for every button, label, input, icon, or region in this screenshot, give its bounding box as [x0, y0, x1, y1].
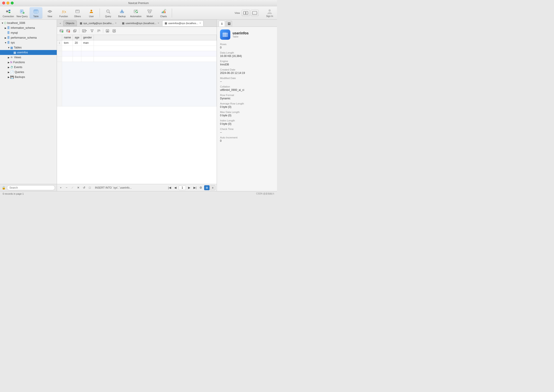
right-panel-tabs: ℹ 🖼 [217, 20, 277, 27]
sidebar-item-mysql[interactable]: ▶ 🗄 mysql [0, 30, 57, 35]
charts-button[interactable]: Charts [157, 7, 170, 19]
connection-button[interactable]: Connection [2, 7, 15, 19]
row-delete-button[interactable]: − [64, 185, 69, 190]
settings-button[interactable]: ⚙ [198, 185, 203, 190]
sidebar-item-functions[interactable]: ▶ fx Functions [0, 60, 57, 65]
format-button[interactable]: ▾ [80, 28, 88, 34]
sign-in-button[interactable]: Sign In [264, 7, 275, 19]
tab-close-2[interactable]: ✕ [157, 22, 159, 24]
others-button[interactable]: Others [71, 7, 84, 19]
rp-tab-preview[interactable]: 🖼 [226, 21, 232, 27]
rp-collation-section: Collation utf8mb4_0900_ai_ci [220, 85, 274, 91]
maximize-button[interactable] [11, 1, 14, 4]
svg-rect-0 [6, 10, 8, 12]
user-button[interactable]: User [85, 7, 98, 19]
table-icon [33, 8, 39, 14]
sidebar-item-events[interactable]: ▶ ⏱ Events [0, 65, 57, 70]
query-label: Query [105, 15, 111, 18]
first-page-button[interactable]: |◀ [167, 185, 172, 190]
lock-icon[interactable]: 🔒 [2, 186, 6, 189]
cell-gender-1[interactable]: man [81, 40, 94, 46]
sidebar-bottom: 🔒 [0, 184, 57, 191]
tab-sysconfigs[interactable]: ▦ sys_config@sys (localho... ✕ [77, 20, 119, 26]
app-title: Navicat Premium [128, 1, 149, 5]
prev-page-button[interactable]: ◀ [173, 185, 178, 190]
status-text: 0 records in page 1 [3, 192, 24, 195]
export-button[interactable] [111, 28, 117, 34]
sidebar-item-information-schema[interactable]: ▶ 🗄 information_schema [0, 25, 57, 30]
user-icon [88, 8, 94, 14]
right-panel: ℹ 🖼 userinfos Table [217, 20, 277, 191]
form-view-button[interactable]: ≡ [210, 185, 215, 190]
sidebar-item-localhost[interactable]: ▼ ⬡ localhost_3306 [0, 21, 57, 25]
refresh-button[interactable]: ↺ [82, 185, 86, 190]
sidebar: ▼ ⬡ localhost_3306 ▶ 🗄 information_schem… [0, 20, 57, 191]
table-row-empty-4 [57, 62, 217, 106]
sidebar-item-backups[interactable]: ▶ 💾 Backups [0, 75, 57, 79]
cancel-edit-button[interactable]: ✕ [76, 185, 81, 190]
sidebar-item-tables[interactable]: ▼ ▦ Tables [0, 45, 57, 50]
svg-text:f: f [62, 10, 64, 13]
col-gender[interactable]: gender [81, 35, 94, 40]
add-record-button[interactable] [58, 28, 64, 34]
sidebar-tree: ▼ ⬡ localhost_3306 ▶ 🗄 information_schem… [0, 20, 57, 184]
col-name[interactable]: name [62, 35, 73, 40]
sort-button[interactable] [96, 28, 102, 34]
sidebar-item-userinfos[interactable]: ▶ ▦ userinfos [0, 50, 57, 55]
automation-button[interactable]: Automation [129, 7, 142, 19]
view-full-button[interactable] [251, 10, 259, 16]
view-split-button[interactable] [242, 10, 250, 16]
search-input[interactable] [7, 185, 55, 190]
confirm-button[interactable]: ✓ [70, 185, 75, 190]
tab-userinfos-2[interactable]: ▦ userinfos@sys (localhos... ✕ [162, 20, 204, 26]
cell-name-1[interactable]: tom [62, 40, 73, 46]
delete-record-button[interactable] [65, 28, 71, 34]
sidebar-item-views[interactable]: ▶ 👁 Views [0, 55, 57, 60]
tab-sysconfigs-label: sys_config@sys (localho... [83, 22, 114, 25]
backup-icon [119, 8, 125, 14]
tab-collapse-button[interactable]: « [58, 21, 63, 26]
col-age[interactable]: age [73, 35, 81, 40]
duplicate-button[interactable] [72, 28, 78, 34]
tab-userinfos-2-label: userinfos@sys (localhos... [168, 22, 198, 25]
backup-button[interactable]: Backup [115, 7, 128, 19]
rp-modified-value: -- [220, 80, 274, 83]
tab-objects[interactable]: Objects [63, 20, 77, 26]
toolbar-right: View Sign In [234, 7, 275, 19]
tab-close-1[interactable]: ✕ [115, 22, 117, 24]
function-button[interactable]: f (x) Function [57, 7, 70, 19]
cell-age-1[interactable]: 20 [73, 40, 81, 46]
connection-label: Connection [3, 15, 14, 18]
table-row-empty-2 [57, 51, 217, 56]
rp-engine-label: Engine [220, 60, 274, 63]
svg-text:?: ? [107, 10, 108, 12]
rp-row-format-label: Row Format [220, 94, 274, 97]
view-button[interactable]: View [43, 7, 56, 19]
svg-text:(x): (x) [64, 10, 66, 13]
last-page-button[interactable]: ▶| [192, 185, 198, 190]
rp-tab-info[interactable]: ℹ [219, 21, 225, 27]
sidebar-item-queries[interactable]: ▶ 📄 Queries [0, 70, 57, 75]
new-query-button[interactable]: New Query [16, 7, 28, 19]
main-toolbar: Connection New Query [0, 6, 277, 20]
tab-userinfos-1[interactable]: ▦ userinfos@sys (localhost... ✕ [120, 20, 162, 26]
table-row[interactable]: 1 tom 20 man [57, 40, 217, 46]
grid-view-button[interactable]: ⊞ [204, 185, 210, 190]
page-number-input[interactable] [179, 186, 186, 190]
import-button[interactable] [104, 28, 111, 34]
table-button[interactable]: Table [29, 7, 43, 19]
rp-max-data-section: Max Data Length 0 byte (0) [220, 111, 274, 117]
row-add-button[interactable]: + [58, 185, 63, 190]
next-page-button[interactable]: ▶ [187, 185, 192, 190]
sidebar-item-performance-schema[interactable]: ▶ 🗄 performance_schema [0, 35, 57, 40]
close-button[interactable] [2, 1, 5, 4]
rp-rows-value: 0 [220, 46, 274, 49]
sidebar-item-sys[interactable]: ▼ 🗄 sys [0, 40, 57, 45]
model-button[interactable]: Model [143, 7, 156, 19]
traffic-lights[interactable] [2, 1, 14, 4]
filter-button[interactable] [89, 28, 95, 34]
minimize-button[interactable] [7, 1, 9, 4]
query-button[interactable]: ? Query [102, 7, 115, 19]
stop-button[interactable]: □ [87, 185, 92, 190]
tab-close-3[interactable]: ✕ [199, 22, 201, 24]
